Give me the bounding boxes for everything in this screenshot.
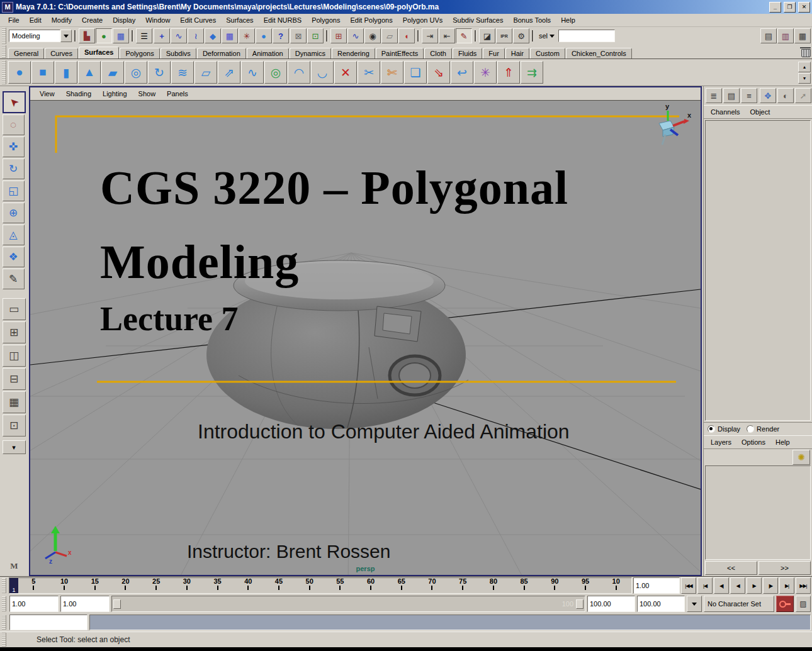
time-tick[interactable]: 10 — [601, 578, 631, 593]
delete-surface-icon[interactable]: ✕ — [334, 61, 357, 84]
current-frame-marker[interactable]: 1 — [9, 578, 18, 593]
menu-set-selector[interactable]: Modeling — [9, 30, 72, 42]
play-forwards-button[interactable]: ▶ — [747, 577, 762, 594]
chevron-down-icon[interactable] — [60, 30, 72, 42]
command-input[interactable] — [9, 615, 87, 630]
attach-surfaces-icon[interactable]: ◡ — [311, 61, 334, 84]
make-live-icon[interactable]: ◖ — [398, 28, 415, 43]
menu-create[interactable]: Create — [77, 15, 107, 25]
construction-history-icon[interactable]: ✎ — [456, 28, 472, 43]
menu-edit[interactable]: Edit — [25, 15, 46, 25]
panel-menu-lighting[interactable]: Lighting — [98, 89, 132, 99]
select-by-object-icon[interactable]: ● — [96, 28, 112, 43]
time-tick[interactable]: 75 — [448, 578, 478, 593]
time-slider-drag-handle[interactable] — [2, 578, 6, 593]
offset-surfaces-icon[interactable]: ⇉ — [521, 61, 543, 84]
time-tick[interactable]: 60 — [356, 578, 386, 593]
layer-list-empty-area[interactable] — [705, 465, 811, 560]
shelf-tab-custom[interactable]: Custom — [530, 48, 565, 58]
shelf-icons-drag-handle[interactable] — [2, 60, 6, 84]
snap-to-view-plane-icon[interactable]: ▱ — [381, 28, 398, 43]
pager-prev-button[interactable]: << — [705, 561, 757, 575]
status-separator[interactable] — [474, 28, 477, 43]
last-tool[interactable]: ✎ — [3, 269, 25, 289]
help-menu[interactable]: Help — [771, 437, 794, 447]
quick-select-dropdown[interactable]: sel — [536, 30, 557, 42]
select-by-component-icon[interactable]: ▦ — [113, 28, 129, 43]
step-forward-one-frame-button[interactable]: ▶| — [779, 577, 794, 594]
revolve-icon[interactable]: ↻ — [148, 61, 171, 84]
character-set-box[interactable]: No Character Set — [704, 596, 774, 612]
shelf-tab-fluids[interactable]: Fluids — [453, 48, 482, 58]
select-by-hierarchy-icon[interactable]: ▙ — [79, 28, 95, 43]
time-tick[interactable]: 35 — [202, 578, 233, 593]
time-tick[interactable]: 85 — [509, 578, 539, 593]
render-layers-radio[interactable]: Render — [747, 425, 779, 433]
panel-menu-panels[interactable]: Panels — [162, 89, 193, 99]
command-line-drag-handle[interactable] — [2, 615, 6, 630]
time-tick[interactable]: 50 — [294, 578, 325, 593]
menu-polygons[interactable]: Polygons — [307, 15, 344, 25]
shelf-tab-chicken-controls[interactable]: Chicken_Controls — [566, 48, 632, 58]
shelf-tab-rendering[interactable]: Rendering — [332, 48, 375, 58]
nurbs-cube-icon[interactable]: ■ — [31, 61, 54, 84]
time-tick[interactable]: 45 — [264, 578, 295, 593]
open-close-surfaces-icon[interactable]: ↩ — [451, 61, 473, 84]
rotate-tool[interactable]: ↻ — [3, 159, 25, 179]
nurbs-sphere-icon[interactable]: ● — [8, 61, 31, 84]
nurbs-torus-icon[interactable]: ◎ — [125, 61, 147, 84]
help-line-drag-handle[interactable] — [2, 633, 6, 647]
time-tick[interactable]: 20 — [110, 578, 141, 593]
shelf-tab-fur[interactable]: Fur — [483, 48, 505, 58]
menu-display[interactable]: Display — [108, 15, 140, 25]
layout-four-pane-button[interactable]: ⊞ — [3, 321, 26, 343]
universal-manipulator-tool[interactable]: ⊕ — [3, 203, 25, 223]
panel-menu-shading[interactable]: Shading — [62, 89, 96, 99]
menu-edit-nurbs[interactable]: Edit NURBS — [259, 15, 307, 25]
attribute-editor-toggle-icon[interactable]: ▤ — [760, 28, 777, 43]
select-rendering-icon[interactable]: ● — [256, 28, 272, 43]
time-tick[interactable]: 80 — [478, 578, 509, 593]
status-separator[interactable] — [531, 28, 534, 43]
shelf-tab-cloth[interactable]: Cloth — [424, 48, 452, 58]
move-tool[interactable]: ✜ — [3, 136, 25, 157]
shelf-tab-dynamics[interactable]: Dynamics — [290, 48, 331, 58]
select-handles-icon[interactable]: + — [154, 28, 170, 43]
detach-surfaces-icon[interactable]: ❏ — [404, 61, 427, 84]
layers-menu[interactable]: Layers — [706, 437, 736, 447]
lasso-tool[interactable]: ◌ — [3, 114, 25, 135]
maximize-button[interactable]: ❐ — [784, 2, 796, 13]
perspective-viewport-panel[interactable]: ViewShadingLightingShowPanels — [29, 86, 702, 576]
new-layer-button[interactable]: ✺ — [792, 450, 810, 465]
step-back-one-key-button[interactable]: ◀| — [714, 577, 729, 594]
shelf-scroll-down-button[interactable]: ▾ — [798, 73, 811, 84]
soft-modification-tool[interactable]: ◬ — [3, 225, 25, 245]
render-globals-icon[interactable]: ⚙ — [513, 28, 529, 43]
channel-box-empty-area[interactable] — [705, 120, 811, 421]
planar-icon[interactable]: ▱ — [195, 61, 217, 84]
minimize-button[interactable]: _ — [769, 2, 781, 13]
nurbs-plane-icon[interactable]: ▰ — [101, 61, 124, 84]
menu-subdiv-surfaces[interactable]: Subdiv Surfaces — [448, 15, 507, 25]
menu-file[interactable]: File — [4, 15, 24, 25]
status-line-drag-handle[interactable] — [2, 28, 6, 44]
title-bar[interactable]: M Maya 7.0.1: C:\Documents and Settings\… — [0, 0, 812, 14]
range-slider-drag-handle[interactable] — [2, 596, 6, 611]
ipr-render-icon[interactable]: IPR — [496, 28, 512, 43]
menu-help[interactable]: Help — [556, 15, 580, 25]
layout-outliner-persp-button[interactable]: ◫ — [3, 345, 26, 367]
shelf-tab-curves[interactable]: Curves — [45, 48, 78, 58]
shaded-display-icon[interactable]: ◐ — [777, 88, 794, 103]
menu-edit-polygons[interactable]: Edit Polygons — [346, 15, 397, 25]
boundary-icon[interactable]: ◠ — [288, 61, 310, 84]
shelf-scroll-up-button[interactable]: ▴ — [798, 62, 811, 72]
status-separator[interactable] — [74, 28, 77, 43]
range-end-handle[interactable] — [576, 599, 584, 609]
range-slider-track[interactable]: 100 — [111, 596, 585, 612]
shelf-tab-general[interactable]: General — [8, 48, 44, 58]
channel-layer-split-icon[interactable]: ≡ — [741, 88, 757, 103]
scale-tool[interactable]: ◱ — [3, 181, 25, 201]
animation-end-field[interactable] — [637, 596, 685, 612]
nurbs-cone-icon[interactable]: ▲ — [78, 61, 101, 84]
snap-to-point-icon[interactable]: ◉ — [364, 28, 381, 43]
